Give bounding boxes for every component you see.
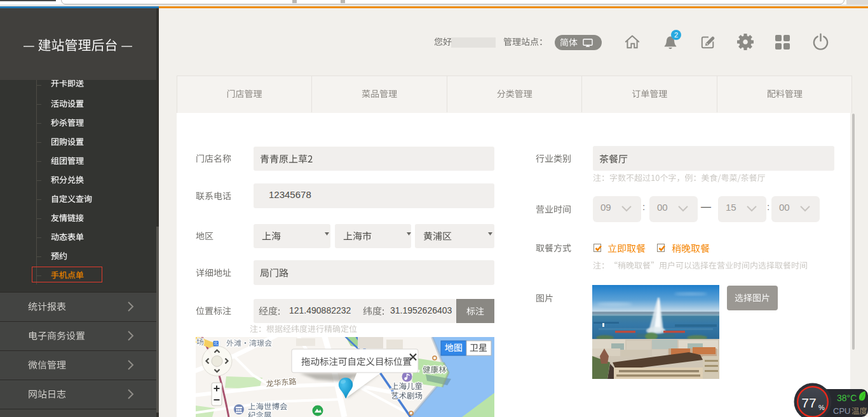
svg-text:77: 77 (801, 395, 816, 410)
svg-text:%: % (818, 404, 825, 411)
